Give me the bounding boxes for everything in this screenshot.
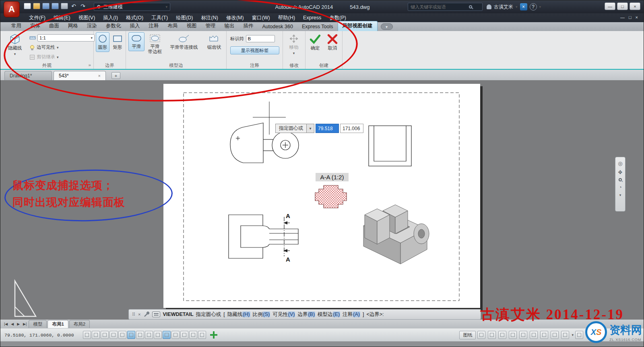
chevron-down-icon[interactable]: ▾ — [539, 5, 541, 9]
menu-tools[interactable]: 工具(T) — [148, 14, 171, 22]
help-search[interactable] — [408, 3, 483, 11]
menu-modify[interactable]: 修改(M) — [223, 14, 248, 22]
zoom-icon[interactable] — [619, 178, 622, 181]
paper-sheet[interactable]: A-A (1:2) — [163, 84, 480, 308]
tab-layout2[interactable]: 布局2 — [69, 320, 90, 328]
cancel-button[interactable]: 取消 — [324, 32, 341, 53]
boundary-rectangular-button[interactable]: 矩形 — [111, 32, 124, 52]
menu-edit[interactable]: 编辑(E) — [50, 14, 74, 22]
navigation-bar[interactable]: ◎ ✥ ◔ ▾ — [615, 157, 625, 212]
dyn-toggle[interactable] — [163, 331, 171, 339]
tab-solid[interactable]: 实体 — [26, 21, 45, 31]
transparency-toggle[interactable] — [180, 331, 188, 339]
paper-space-button[interactable]: 图纸 — [459, 331, 476, 339]
option-key[interactable]: V — [288, 312, 295, 317]
command-line[interactable]: ⠿ × VIEWDETAIL 指定圆心或 [ 隐藏线H 比例S 可见性V 边界B… — [128, 309, 481, 320]
tab-surface[interactable]: 曲面 — [45, 21, 64, 31]
smooth-with-border-button[interactable]: 平滑 带边框 — [146, 32, 164, 56]
restore-button[interactable]: □ — [617, 2, 628, 10]
panel-title-annotation[interactable]: 注释 — [227, 62, 283, 69]
selection-cycling-toggle[interactable] — [198, 331, 206, 339]
dynamic-x-field[interactable]: 79.518 — [316, 124, 339, 133]
tab-manage[interactable]: 管理 — [201, 21, 220, 31]
plot-icon[interactable] — [61, 3, 68, 9]
osnap3d-toggle[interactable] — [136, 331, 144, 339]
tab-annotate[interactable]: 注释 — [144, 21, 163, 31]
tab-mesh[interactable]: 网格 — [64, 21, 83, 31]
cmd-option-annotation[interactable]: 注释A — [343, 311, 360, 318]
tab-output[interactable]: 输出 — [220, 21, 239, 31]
jagged-button[interactable]: 锯齿状 — [204, 32, 224, 52]
section-view-label[interactable]: A-A (1:2) — [316, 173, 349, 181]
last-layout-icon[interactable]: ▶| — [22, 322, 28, 326]
redo-icon[interactable]: ↷ — [79, 3, 87, 9]
tab-insert[interactable]: 插入 — [126, 21, 144, 31]
cmd-option-model-edge[interactable]: 模型边E — [318, 311, 340, 318]
chevron-down-icon[interactable]: ▾ — [516, 5, 518, 9]
dynamic-y-field[interactable]: 171.006 — [340, 124, 363, 133]
tab-parametric[interactable]: 参数化 — [101, 21, 126, 31]
view-3d-isometric[interactable] — [363, 205, 429, 264]
customize-wrench-icon[interactable] — [144, 312, 149, 317]
panel-title-modify[interactable]: 修改 — [283, 62, 305, 69]
search-input[interactable] — [411, 4, 467, 9]
menu-format[interactable]: 格式(O) — [122, 14, 147, 22]
tab-model[interactable]: 模型 — [29, 320, 47, 328]
annotation-scale-icon[interactable] — [498, 331, 506, 339]
menu-view[interactable]: 视图(V) — [75, 14, 99, 22]
close-tab-icon[interactable]: × — [98, 73, 101, 78]
view-scale-combo[interactable]: 1:1 ▾ — [37, 34, 95, 42]
status-menu-icon[interactable]: ▾ — [572, 333, 574, 337]
panel-title-model-edge[interactable]: 模型边 — [126, 62, 226, 69]
file-tab-543[interactable]: 543* × — [54, 71, 106, 80]
save-as-icon[interactable] — [52, 3, 59, 9]
option-key[interactable]: A — [353, 312, 360, 317]
identifier-input[interactable] — [246, 35, 275, 42]
minimize-button[interactable]: — — [605, 2, 615, 10]
hardware-acceleration-icon[interactable] — [551, 331, 559, 339]
menu-dimension[interactable]: 标注(N) — [198, 14, 222, 22]
annotation-visibility-icon[interactable] — [509, 331, 517, 339]
app-menu-button[interactable]: A — [4, 1, 20, 17]
polar-toggle[interactable] — [118, 331, 126, 339]
view-front-section[interactable] — [229, 215, 298, 258]
command-close-icon[interactable]: × — [138, 312, 140, 317]
open-file-icon[interactable] — [33, 3, 40, 9]
show-view-label-toggle[interactable]: 显示视图标签 — [230, 46, 279, 54]
undo-icon[interactable]: ↶ — [70, 3, 77, 9]
option-key[interactable]: E — [333, 312, 341, 317]
grid-toggle[interactable] — [101, 331, 109, 339]
ortho-toggle[interactable] — [109, 331, 118, 339]
tab-plugins[interactable]: 插件 — [239, 21, 258, 31]
close-button[interactable]: × — [630, 2, 640, 10]
menu-express[interactable]: Express — [299, 14, 325, 21]
quick-view-layouts-icon[interactable] — [477, 331, 485, 339]
tab-layout[interactable]: 布局 — [163, 21, 182, 31]
workspace-switcher[interactable]: ⚙ 三维建模 ▾ — [94, 3, 170, 11]
panel-launcher-icon[interactable]: » — [89, 62, 91, 67]
tab-view[interactable]: 视图 — [182, 21, 201, 31]
doc-minimize-icon[interactable]: — — [620, 15, 625, 20]
lwt-toggle[interactable] — [171, 331, 180, 339]
menu-draw[interactable]: 绘图(D) — [172, 14, 196, 22]
cmd-option-visibility[interactable]: 可见性V — [272, 311, 295, 318]
smooth-button[interactable]: 平滑 — [128, 32, 144, 51]
next-layout-icon[interactable]: ▶ — [16, 322, 21, 326]
search-icon[interactable] — [469, 5, 472, 8]
cmd-option-hidden-lines[interactable]: 隐藏线H — [227, 311, 250, 318]
panel-title-boundary[interactable]: 边界 — [94, 62, 126, 69]
quick-view-drawings-icon[interactable] — [488, 331, 496, 339]
first-layout-icon[interactable]: |◀ — [3, 322, 9, 326]
prev-layout-icon[interactable]: ◀ — [10, 322, 15, 326]
hidden-lines-button[interactable]: 隐藏线 ▾ — [4, 32, 26, 58]
autoscale-icon[interactable] — [519, 331, 527, 339]
signin-area[interactable]: 古滇艾米 ▾ × ? ▾ — [487, 3, 541, 11]
panel-title-create[interactable]: 创建 — [305, 62, 342, 69]
option-key[interactable]: H — [242, 312, 250, 317]
ribbon-display-options-icon[interactable]: ▾ — [381, 23, 393, 30]
file-tab-drawing1[interactable]: Drawing1* — [4, 71, 52, 80]
help-icon[interactable]: ? — [530, 3, 537, 10]
quick-properties-toggle[interactable] — [189, 331, 197, 339]
command-grip-icon[interactable]: ⠿ — [132, 312, 135, 317]
menu-help[interactable]: 帮助(H) — [275, 14, 299, 22]
